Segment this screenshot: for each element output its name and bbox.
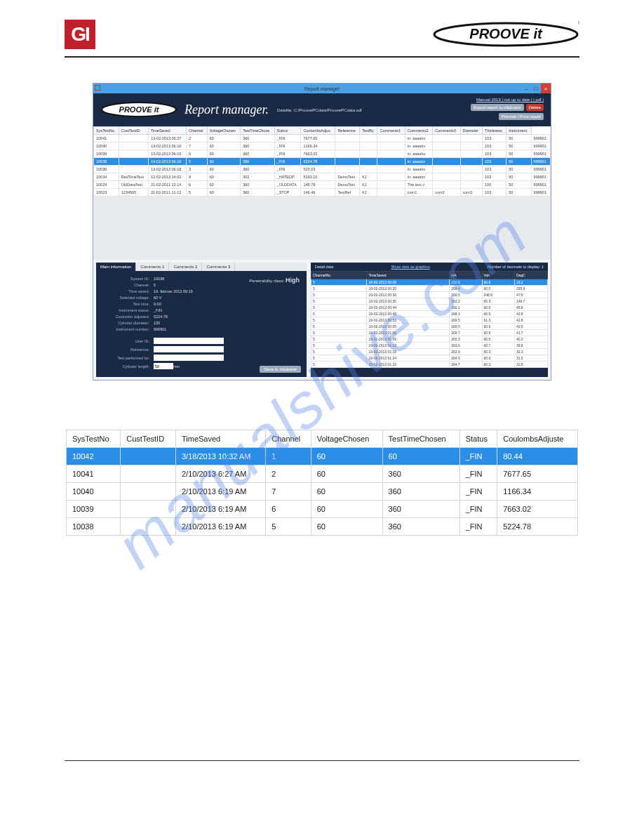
table-row[interactable]: 519-02-2013 01:13263.660.739.8 <box>311 343 548 349</box>
cell: 47.5 <box>514 292 547 298</box>
column-header[interactable]: CustTestID <box>119 127 148 135</box>
cell: 60 <box>207 135 241 143</box>
table-row[interactable]: 100382/10/2013 6:19 AM560360_FIN5224.78 <box>67 518 578 536</box>
column-header[interactable]: SysTestNo <box>67 430 121 448</box>
table-row[interactable]: 1003613-02-2013 06:18360360_FIN523.03in:… <box>94 166 551 173</box>
column-header[interactable]: Status <box>459 430 497 448</box>
cell: 266.5 <box>450 292 482 298</box>
column-header[interactable]: TimeSaved <box>175 430 265 448</box>
column-header[interactable]: TestBy <box>360 127 377 135</box>
reference-input[interactable] <box>154 346 224 352</box>
cell: 19-02-2013 00:36 <box>367 292 450 298</box>
close-icon[interactable]: × <box>541 84 551 93</box>
delete-button[interactable]: Delete <box>526 104 544 111</box>
export-button[interactable]: Export report to clipboard <box>471 104 523 111</box>
manual-link[interactable]: Manual 2013 | not up to date | | pdf | <box>471 98 544 102</box>
column-header[interactable]: CoulombsAdjus <box>301 127 335 135</box>
table-row[interactable]: 519-02-2013 01:19263.960.332.3 <box>311 349 548 355</box>
save-button[interactable]: Save to database <box>260 366 301 373</box>
column-header[interactable]: SysTestNo <box>94 127 119 135</box>
decimals-value[interactable]: 1 <box>542 265 544 269</box>
table-row[interactable]: 519-02-2013 00:09280.660.819.2 <box>311 279 548 286</box>
table-row[interactable]: 519-02-2013 00:35263.260.3146.7 <box>311 298 548 305</box>
column-header[interactable]: ChannelNo <box>311 272 367 279</box>
table-row[interactable]: 100412/10/2013 6:27 AM260360_FIN7677.65 <box>67 465 578 483</box>
cell <box>377 158 405 166</box>
table-row[interactable]: 519-02-2013 00:48268.360.943.8 <box>311 311 548 317</box>
table-row[interactable]: 1003913-02-2013 06:19660360_FIN7663.02in… <box>94 150 551 158</box>
column-header[interactable]: TestTimeChosen <box>382 430 459 448</box>
grid-empty-area <box>93 197 551 260</box>
table-row[interactable]: 100402/10/2013 6:19 AM760360_FIN1166.34 <box>67 483 578 501</box>
cell: 7677.65 <box>301 135 335 143</box>
column-header[interactable]: VoltageChosen <box>311 430 382 448</box>
table-row[interactable]: 100423/18/2013 10:32 AM16060_FIN80.44 <box>67 448 578 465</box>
cell: 269.5 <box>450 317 482 324</box>
column-header[interactable]: CustTestID <box>121 430 176 448</box>
table-row[interactable]: 519-02-2013 00:55269.060.642.5 <box>311 324 548 330</box>
cell <box>377 173 405 181</box>
table-row[interactable]: 519-02-2013 00:20269.460.0295.9 <box>311 286 548 292</box>
column-header[interactable]: Volt <box>482 272 514 279</box>
zoom-data-grid[interactable]: SysTestNoCustTestIDTimeSavedChannelVolta… <box>66 430 578 536</box>
table-row[interactable]: 519-02-2013 01:24264.060.631.5 <box>311 355 548 362</box>
preview-button[interactable]: Preview / Print report <box>499 113 544 120</box>
minimize-icon[interactable]: – <box>521 84 531 93</box>
table-row[interactable]: 1003814-02-2013 06:19560360_FIN5224.78in… <box>94 158 551 166</box>
table-row[interactable]: 1004013-02-2013 06:19760360_FIN1166.34in… <box>94 143 551 150</box>
column-header[interactable]: Channel <box>187 127 208 135</box>
column-header[interactable]: TimeSaved <box>367 272 450 279</box>
test-performed-by-input[interactable] <box>154 355 224 361</box>
column-header[interactable]: Channel <box>266 430 311 448</box>
table-row[interactable]: 10034RedTimeTest12-02-2013 14:02860302_H… <box>94 173 551 181</box>
column-header[interactable]: Reference <box>335 127 360 135</box>
cell: 19-02-2013 01:06 <box>367 330 450 336</box>
column-header[interactable]: Comments1 <box>377 127 405 135</box>
column-header[interactable]: VoltageChosen <box>207 127 241 135</box>
cell: 31.8 <box>514 362 547 368</box>
table-row[interactable]: 10024OldDataTest21-02-2011 12:14660360_O… <box>94 181 551 189</box>
column-header[interactable]: Comments2 <box>405 127 432 135</box>
table-row[interactable]: 519-02-2013 01:32264.760.331.8 <box>311 362 548 368</box>
cell: 7 <box>187 143 208 150</box>
table-row[interactable]: 519-02-2013 00:44266.160.545.8 <box>311 305 548 311</box>
cell: 60.9 <box>482 311 514 317</box>
table-row[interactable]: 519-02-2013 00:36266.5248.947.5 <box>311 292 548 298</box>
table-row[interactable]: 1004113-02-2013 06:27260360_FIN7677.65in… <box>94 135 551 143</box>
info-tabs[interactable]: Main information Comments 1 Comments 2 C… <box>96 263 307 271</box>
show-graphics-link[interactable]: Show data as graphics <box>391 265 430 269</box>
cylinder-length-input[interactable] <box>154 363 173 369</box>
column-header[interactable]: DegC <box>514 272 547 279</box>
window-icon <box>95 85 100 91</box>
column-header[interactable]: Comments3 <box>433 127 460 135</box>
tab-comments2[interactable]: Comments 2 <box>169 263 202 271</box>
column-header[interactable]: mA <box>450 272 482 279</box>
column-header[interactable]: Diameter <box>460 127 482 135</box>
column-header[interactable]: Thickness <box>483 127 507 135</box>
user-id-input[interactable] <box>154 338 224 344</box>
column-header[interactable]: Status <box>274 127 301 135</box>
column-header[interactable]: TimeSaved <box>148 127 186 135</box>
cell <box>335 135 360 143</box>
table-row[interactable]: 100392/10/2013 6:19 AM660360_FIN7663.02 <box>67 501 578 518</box>
cell: _FIN <box>274 166 301 173</box>
cell: 999901 <box>531 158 550 166</box>
main-data-grid[interactable]: SysTestNoCustTestIDTimeSavedChannelVolta… <box>93 126 551 197</box>
column-header[interactable]: CoulombsAdjuste <box>497 430 578 448</box>
table-row[interactable]: 519-02-2013 00:53269.561.342.8 <box>311 317 548 324</box>
cell <box>460 166 482 173</box>
cell: 50 <box>507 158 531 166</box>
table-row[interactable]: 10023123456521-02-2011 11:12560360_STOP1… <box>94 189 551 197</box>
cell: 60 <box>382 448 459 465</box>
tab-comments3[interactable]: Comments 3 <box>202 263 235 271</box>
cell: 999901 <box>531 173 550 181</box>
column-header[interactable]: TestTimeChose <box>241 127 274 135</box>
cell: 148.78 <box>301 181 335 189</box>
tab-comments1[interactable]: Comments 1 <box>136 263 169 271</box>
table-row[interactable]: 519-02-2013 01:09265.360.540.2 <box>311 336 548 343</box>
maximize-icon[interactable]: □ <box>531 84 541 93</box>
tab-main-info[interactable]: Main information <box>96 263 136 271</box>
table-row[interactable]: 519-02-2013 01:06269.760.841.7 <box>311 330 548 336</box>
detail-data-grid[interactable]: ChannelNoTimeSavedmAVoltDegC 519-02-2013… <box>311 271 548 368</box>
column-header[interactable]: Instrument <box>507 127 531 135</box>
